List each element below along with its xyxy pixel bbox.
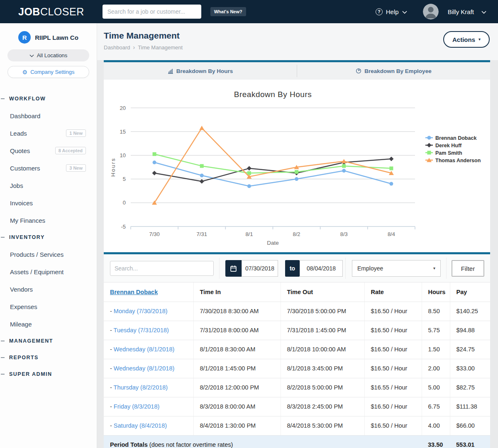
date-range-to-label: to	[285, 260, 300, 277]
table-row: - Friday (8/3/2018)8/3/2018 8:00:00 AM8/…	[104, 397, 490, 416]
svg-text:0: 0	[123, 200, 126, 206]
filter-button[interactable]: Filter	[452, 260, 484, 277]
table-row: - Saturday (8/4/2018)8/4/2018 1:30:00 PM…	[104, 416, 490, 435]
day-link[interactable]: Friday (8/3/2018)	[114, 403, 159, 410]
chart-point	[342, 169, 346, 173]
tab-breakdown-by-employee[interactable]: Breakdown By Employee	[297, 62, 490, 80]
company-header: R RIIPL Lawn Co	[0, 31, 97, 44]
date-to-input[interactable]	[300, 260, 343, 277]
sidebar-section-reports[interactable]: REPORTS	[0, 349, 97, 366]
employee-name-link[interactable]: Brennan Doback	[110, 289, 158, 295]
date-from-input[interactable]	[242, 260, 278, 277]
user-name[interactable]: Billy Kraft	[448, 8, 474, 15]
sidebar-item-products-services[interactable]: Products / Services	[0, 246, 97, 263]
time-entries-body: - Monday (7/30/2018)7/30/2018 8:30:00 AM…	[104, 302, 490, 435]
company-settings-button[interactable]: ⚙ Company Settings	[7, 66, 89, 78]
chart-point	[295, 177, 298, 181]
table-row: - Wednesday (8/1/2018)8/1/2018 8:30:00 A…	[104, 340, 490, 359]
help-menu[interactable]: ? Help	[376, 8, 407, 15]
chart-series-brennan-doback	[154, 163, 391, 186]
day-link[interactable]: Tuesday (7/31/2018)	[114, 327, 169, 334]
sidebar-item-invoices[interactable]: Invoices	[0, 194, 97, 212]
sidebar-section-inventory[interactable]: INVENTORY	[0, 229, 97, 246]
chart-point	[200, 164, 204, 168]
page-title: Time Management	[104, 31, 490, 41]
svg-text:5: 5	[123, 176, 126, 182]
chart-point	[199, 126, 204, 130]
sidebar-item-quotes[interactable]: Quotes8 Accepted	[0, 142, 97, 159]
bar-chart-icon	[168, 68, 173, 74]
sidebar-item-customers[interactable]: Customers3 New	[0, 159, 97, 177]
user-avatar[interactable]	[423, 4, 439, 19]
gear-icon: ⚙	[22, 69, 28, 75]
pie-chart-icon	[356, 68, 361, 74]
legend-item-brennan-doback[interactable]: Brennan Doback	[425, 135, 476, 141]
table-header-row: Brennan Doback Time In Time Out Rate Hou…	[104, 282, 490, 302]
group-by-select[interactable]: Employee ▾	[352, 260, 441, 277]
sidebar-item-jobs[interactable]: Jobs	[0, 177, 97, 194]
locations-dropdown[interactable]: All Locations	[7, 49, 89, 61]
day-link[interactable]: Thursday (8/2/2018)	[114, 384, 168, 391]
calendar-icon[interactable]	[225, 260, 242, 277]
chart-point	[200, 179, 204, 184]
company-logo-badge: R	[18, 31, 31, 44]
tab-breakdown-by-hours[interactable]: Breakdown By Hours	[104, 62, 297, 80]
chevron-down-icon[interactable]	[481, 8, 486, 15]
day-link[interactable]: Saturday (8/4/2018)	[114, 422, 167, 429]
svg-text:Hours: Hours	[110, 158, 116, 177]
sidebar-item-my-finances[interactable]: My Finances	[0, 212, 97, 229]
sidebar-section-management[interactable]: MANAGEMENT	[0, 333, 97, 349]
global-search-input[interactable]	[103, 5, 201, 19]
chart-series-thomas-anderson	[154, 128, 391, 203]
sidebar-section-super-admin[interactable]: SUPER ADMIN	[0, 366, 97, 382]
legend-item-pam-smith[interactable]: Pam Smith	[425, 150, 462, 156]
filter-divider	[345, 258, 346, 279]
svg-text:Derek Huff: Derek Huff	[435, 143, 462, 149]
sidebar-item-vendors[interactable]: Vendors	[0, 280, 97, 298]
chart-point	[389, 182, 393, 186]
chart-point	[389, 166, 393, 170]
chart-point	[295, 170, 298, 174]
section-dash-icon	[1, 374, 5, 375]
app-logo[interactable]: JOBCLOSER	[18, 6, 84, 18]
chart-point	[153, 152, 156, 156]
table-search-input[interactable]	[110, 261, 214, 276]
sidebar-section-workflow[interactable]: WORKFLOW	[0, 90, 97, 107]
svg-text:-5: -5	[121, 224, 126, 230]
sidebar-item-leads[interactable]: Leads1 New	[0, 124, 97, 142]
totals-note: (does not factor overtime rates)	[148, 441, 233, 448]
section-dash-icon	[1, 341, 5, 341]
legend-item-thomas-anderson[interactable]: Thomas Anderson	[425, 158, 481, 163]
breakdown-tabs: Breakdown By Hours Breakdown By Employee	[104, 60, 490, 80]
period-totals-row: Period Totals (does not factor overtime …	[104, 435, 490, 448]
col-header-pay: Pay	[450, 282, 490, 302]
svg-text:20: 20	[120, 105, 126, 111]
sidebar: R RIIPL Lawn Co All Locations ⚙ Company …	[0, 23, 97, 448]
sidebar-item-dashboard[interactable]: Dashboard	[0, 107, 97, 124]
filter-bar: to Employee ▾ Filter	[104, 252, 490, 282]
breadcrumb-separator-icon: ›	[133, 44, 135, 51]
sidebar-item-assets-equipment[interactable]: Assets / Equipment	[0, 263, 97, 280]
legend-item-derek-huff[interactable]: Derek Huff	[425, 143, 462, 149]
time-entries-table: Brennan Doback Time In Time Out Rate Hou…	[104, 282, 490, 448]
breadcrumb-dashboard[interactable]: Dashboard	[104, 44, 130, 51]
chart-series-derek-huff	[154, 159, 391, 181]
sidebar-item-expenses[interactable]: Expenses	[0, 298, 97, 315]
sidebar-item-mileage[interactable]: Mileage	[0, 315, 97, 333]
count-badge: 1 New	[66, 129, 86, 137]
count-badge: 8 Accepted	[55, 147, 86, 154]
whats-new-button[interactable]: What's New?	[210, 7, 246, 16]
section-dash-icon	[1, 237, 5, 238]
chart-point	[247, 184, 251, 188]
svg-text:10: 10	[120, 152, 126, 158]
svg-text:7/30: 7/30	[149, 231, 159, 237]
table-row: - Tuesday (7/31/2018)7/31/2018 8:00:00 A…	[104, 321, 490, 340]
totals-label: Period Totals	[110, 441, 148, 448]
day-link[interactable]: Monday (7/30/2018)	[114, 308, 168, 314]
day-link[interactable]: Wednesday (8/1/2018)	[114, 365, 174, 372]
actions-button[interactable]: Actions ▾	[443, 31, 490, 48]
svg-text:Pam Smith: Pam Smith	[435, 150, 462, 156]
day-link[interactable]: Wednesday (8/1/2018)	[114, 346, 174, 353]
totals-hours: 33.50	[422, 435, 450, 448]
chart-point	[153, 161, 156, 164]
